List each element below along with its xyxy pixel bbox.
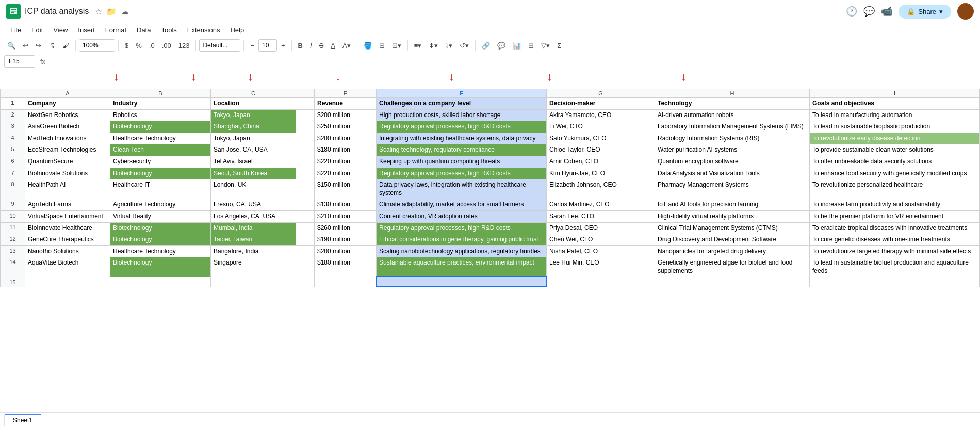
header-technology[interactable]: Technology: [655, 98, 810, 110]
cell-row15-col7[interactable]: [547, 277, 655, 287]
cell-company-7[interactable]: BioInnovate Solutions: [25, 168, 110, 179]
cell-industry-12[interactable]: Biotechnology: [110, 234, 211, 246]
cloud-icon[interactable]: ☁: [121, 7, 129, 17]
cell-company-12[interactable]: GeneCure Therapeutics: [25, 234, 110, 246]
cell-decision-5[interactable]: Chloe Taylor, CEO: [547, 144, 655, 156]
cell-revenue-8[interactable]: $150 million: [315, 179, 377, 199]
menu-help[interactable]: Help: [226, 24, 248, 36]
zoom-input[interactable]: [79, 39, 115, 52]
header-revenue[interactable]: Revenue: [315, 98, 377, 110]
history-icon[interactable]: 🕐: [846, 6, 857, 17]
video-icon[interactable]: 📹: [881, 6, 892, 17]
cell-location-14[interactable]: Singapore: [211, 257, 296, 277]
cell-row15-col4[interactable]: [296, 277, 315, 287]
cell-company-8[interactable]: HealthPath AI: [25, 179, 110, 199]
text-color-button[interactable]: A▾: [339, 40, 354, 52]
wrap-button[interactable]: ⤵▾: [442, 40, 455, 52]
cell-decision-7[interactable]: Kim Hyun-Jae, CEO: [547, 168, 655, 179]
cell-challenges-3[interactable]: Regulatory approval processes, high R&D …: [377, 121, 547, 133]
menu-file[interactable]: File: [6, 24, 25, 36]
cell-revenue-3[interactable]: $250 million: [315, 121, 377, 133]
header-industry[interactable]: Industry: [110, 98, 211, 110]
cell-decision-14[interactable]: Lee Hui Min, CEO: [547, 257, 655, 277]
cell-tech-6[interactable]: Quantum encryption software: [655, 156, 810, 168]
cell-location-6[interactable]: Tel Aviv, Israel: [211, 156, 296, 168]
cell-challenges-2[interactable]: High production costs, skilled labor sho…: [377, 109, 547, 121]
cell-goals-11[interactable]: To eradicate tropical diseases with inno…: [810, 222, 980, 234]
header-company[interactable]: Company: [25, 98, 110, 110]
valign-button[interactable]: ⬍▾: [426, 40, 441, 52]
filter2-button[interactable]: ▽▾: [538, 40, 553, 52]
cell-location-13[interactable]: Bangalore, India: [211, 245, 296, 257]
cell-tech-11[interactable]: Clinical Trial Management Systems (CTMS): [655, 222, 810, 234]
cell-tech-4[interactable]: Radiology Information Systems (RIS): [655, 133, 810, 144]
cell-row15-col5[interactable]: [315, 277, 377, 287]
cell-tech-9[interactable]: IoT and AI tools for precision farming: [655, 199, 810, 211]
cell-decision-2[interactable]: Akira Yamamoto, CEO: [547, 109, 655, 121]
cell-row15-col2[interactable]: [110, 277, 211, 287]
menu-insert[interactable]: Insert: [74, 24, 99, 36]
cell-goals-8[interactable]: To revolutionize personalized healthcare: [810, 179, 980, 199]
formula-input[interactable]: [51, 57, 976, 66]
cell-industry-14[interactable]: Biotechnology: [110, 257, 211, 277]
cell-revenue-12[interactable]: $190 million: [315, 234, 377, 246]
cell-challenges-8[interactable]: Data privacy laws, integration with exis…: [377, 179, 547, 199]
col-header-h[interactable]: H: [655, 89, 810, 98]
cell-company-14[interactable]: AquaVitae Biotech: [25, 257, 110, 277]
cell-company-2[interactable]: NextGen Robotics: [25, 109, 110, 121]
cell-company-9[interactable]: AgriTech Farms: [25, 199, 110, 211]
header-location[interactable]: Location: [211, 98, 296, 110]
cell-tech-5[interactable]: Water purification AI systems: [655, 144, 810, 156]
cell-location-10[interactable]: Los Angeles, CA, USA: [211, 210, 296, 222]
col-header-i[interactable]: I: [810, 89, 980, 98]
cell-location-7[interactable]: Seoul, South Korea: [211, 168, 296, 179]
cell-company-10[interactable]: VirtualSpace Entertainment: [25, 210, 110, 222]
cell-industry-8[interactable]: Healthcare IT: [110, 179, 211, 199]
cell-ref-input[interactable]: [4, 55, 35, 68]
cell-goals-7[interactable]: To enhance food security with geneticall…: [810, 168, 980, 179]
cell-tech-3[interactable]: Laboratory Information Management System…: [655, 121, 810, 133]
cell-location-4[interactable]: Tokyo, Japan: [211, 133, 296, 144]
cell-industry-5[interactable]: Clean Tech: [110, 144, 211, 156]
cell-revenue-11[interactable]: $260 million: [315, 222, 377, 234]
font-size-increase[interactable]: +: [278, 40, 288, 52]
cell-tech-2[interactable]: AI-driven automation robots: [655, 109, 810, 121]
cell-company-11[interactable]: BioInnovate Healthcare: [25, 222, 110, 234]
cell-goals-14[interactable]: To lead in sustainable biofuel productio…: [810, 257, 980, 277]
doc-title[interactable]: ICP data analysis: [25, 7, 89, 16]
cell-challenges-4[interactable]: Integrating with existing healthcare sys…: [377, 133, 547, 144]
cell-revenue-10[interactable]: $210 million: [315, 210, 377, 222]
cell-challenges-6[interactable]: Keeping up with quantum computing threat…: [377, 156, 547, 168]
col-header-d[interactable]: [296, 89, 315, 98]
link-button[interactable]: 🔗: [479, 40, 493, 52]
cell-goals-10[interactable]: To be the premier platform for VR entert…: [810, 210, 980, 222]
cell-tech-7[interactable]: Data Analysis and Visualization Tools: [655, 168, 810, 179]
cell-industry-3[interactable]: Biotechnology: [110, 121, 211, 133]
folder-icon[interactable]: 📁: [106, 7, 117, 17]
sigma-button[interactable]: Σ: [554, 40, 564, 52]
cell-goals-9[interactable]: To increase farm productivity and sustai…: [810, 199, 980, 211]
cell-tech-12[interactable]: Drug Discovery and Development Software: [655, 234, 810, 246]
cell-company-13[interactable]: NanoBio Solutions: [25, 245, 110, 257]
cell-revenue-5[interactable]: $180 million: [315, 144, 377, 156]
decimal-inc-button[interactable]: .00: [159, 40, 174, 52]
font-size-decrease[interactable]: −: [247, 40, 257, 52]
cell-location-12[interactable]: Taipei, Taiwan: [211, 234, 296, 246]
cell-challenges-9[interactable]: Climate adaptability, market access for …: [377, 199, 547, 211]
cell-goals-12[interactable]: To cure genetic diseases with one-time t…: [810, 234, 980, 246]
avatar[interactable]: [957, 3, 974, 20]
cell-industry-10[interactable]: Virtual Reality: [110, 210, 211, 222]
cell-row15-col3[interactable]: [211, 277, 296, 287]
underline-button[interactable]: A: [328, 40, 338, 52]
cell-decision-8[interactable]: Elizabeth Johnson, CEO: [547, 179, 655, 199]
cell-row15-col9[interactable]: [810, 277, 980, 287]
cell-company-6[interactable]: QuantumSecure: [25, 156, 110, 168]
col-header-a[interactable]: A: [25, 89, 110, 98]
cell-revenue-6[interactable]: $220 million: [315, 156, 377, 168]
cell-decision-4[interactable]: Sato Yukimura, CEO: [547, 133, 655, 144]
cell-decision-10[interactable]: Sarah Lee, CTO: [547, 210, 655, 222]
cell-location-3[interactable]: Shanghai, China: [211, 121, 296, 133]
star-icon[interactable]: ☆: [95, 7, 102, 17]
fill-color-button[interactable]: 🪣: [361, 40, 375, 52]
cell-goals-2[interactable]: To lead in manufacturing automation: [810, 109, 980, 121]
